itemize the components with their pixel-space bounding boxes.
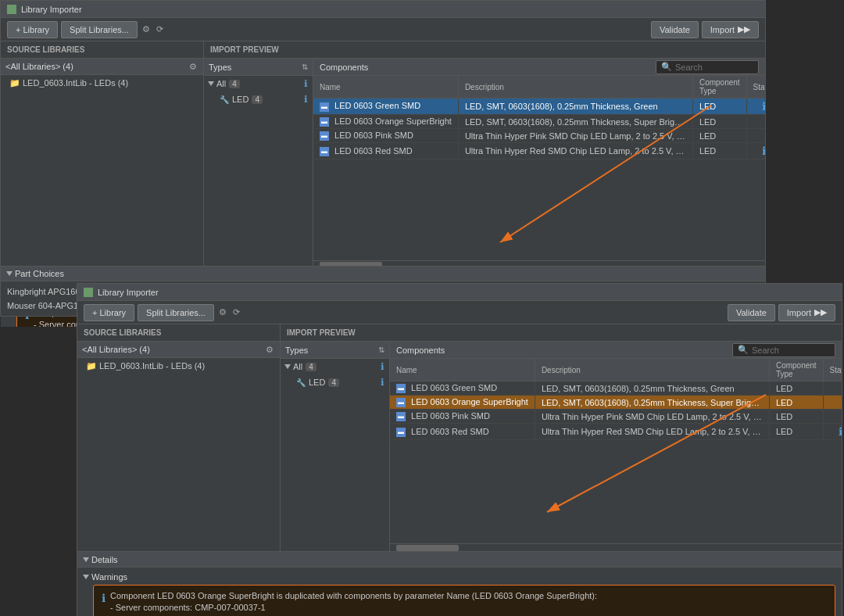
panel1-toolbar: + Library Split Libraries... ⚙ ⟳ Validat…: [1, 18, 765, 41]
panel2-warning-message: Component LED 0603 Orange SuperBright is…: [110, 590, 597, 602]
panel2-types-sort-icon[interactable]: ⇅: [378, 346, 384, 354]
panel2-type-led[interactable]: 🔧 LED 4 ℹ: [281, 374, 389, 390]
panel1-folder-icon: 📁: [10, 78, 20, 88]
panel1-type-led-label: LED: [232, 95, 249, 104]
panel2-row-description: Ultra Thin Hyper Pink SMD Chip LED Lamp,…: [535, 410, 769, 424]
panel1-sidebar-header: <All Libraries> (4) ⚙: [1, 59, 203, 75]
panel2-row-status: [823, 381, 842, 396]
panel2-table-row[interactable]: ▬ LED 0603 Red SMD Ultra Thin Hyper Red …: [390, 424, 842, 440]
panel1-components-title: Components: [320, 63, 651, 72]
panel2-type-all[interactable]: All 4 ℹ: [281, 359, 389, 374]
panel2-type-all-triangle: [284, 364, 291, 369]
panel1-type-all[interactable]: All 4 ℹ: [204, 76, 313, 91]
panel2-row-component-type: LED: [769, 396, 823, 410]
panel2-validate-button[interactable]: Validate: [728, 304, 775, 321]
panel1-row-status: [746, 115, 765, 129]
panel2-scrollbar-thumb[interactable]: [396, 545, 459, 551]
panel1-type-led-info-icon[interactable]: ℹ: [304, 94, 308, 105]
panel1-row-status: ℹ: [746, 143, 765, 159]
panel1-all-libraries[interactable]: <All Libraries> (4): [5, 62, 188, 71]
panel1-row-component-type: LED: [692, 115, 746, 129]
panel1-table-row[interactable]: ▬ LED 0603 Red SMD Ultra Thin Hyper Red …: [313, 143, 765, 159]
panel2-table-row[interactable]: ▬ LED 0603 Orange SuperBright LED, SMT, …: [390, 396, 842, 410]
panel1-table-header-row: Name Description Component Type Status: [313, 76, 765, 98]
panel1-row-component-type: LED: [692, 143, 746, 159]
panel2-sidebar-header: <All Libraries> (4) ⚙: [77, 342, 280, 358]
panel2-type-led-count: 4: [328, 378, 339, 387]
panel2-type-led-info-icon[interactable]: ℹ: [381, 377, 384, 388]
panel2-details-section: Details Warnings ℹ Component LED 0603 Or…: [77, 551, 842, 616]
panel2-type-all-count: 4: [306, 363, 316, 371]
panel1-row-description: Ultra Thin Hyper Pink SMD Chip LED Lamp,…: [458, 129, 692, 143]
panel2-import-preview: Types ⇅ All 4 ℹ 🔧 LED 4: [281, 342, 842, 551]
panel2-table-row[interactable]: ▬ LED 0603 Green SMD LED, SMT, 0603(1608…: [390, 381, 842, 396]
panel2-type-led-icon: 🔧: [296, 378, 306, 387]
panel1-add-library-button[interactable]: + Library: [7, 21, 58, 38]
panel2-refresh-icon[interactable]: ⟳: [231, 307, 242, 318]
panel1-type-all-info-icon[interactable]: ℹ: [304, 78, 308, 89]
panel2-all-libraries[interactable]: <All Libraries> (4): [82, 345, 264, 354]
panel2-warnings-header: Warnings: [84, 572, 835, 582]
panel1-type-led[interactable]: 🔧 LED 4 ℹ: [204, 91, 313, 107]
panel1-row-component-type: LED: [692, 129, 746, 143]
panel1-table-row[interactable]: ▬ LED 0603 Pink SMD Ultra Thin Hyper Pin…: [313, 129, 765, 143]
panel1-sidebar-gear-icon[interactable]: ⚙: [188, 61, 198, 72]
panel1-components-table: Name Description Component Type Status ▬…: [313, 76, 765, 159]
panel2-details-title: Details: [91, 555, 118, 564]
panel1-source-libraries-label: SOURCE LIBRARIES: [1, 41, 204, 58]
panel1-row-description: Ultra Thin Hyper Red SMD Chip LED Lamp, …: [458, 143, 692, 159]
panel1-table-row[interactable]: ▬ LED 0603 Green SMD LED, SMT, 0603(1608…: [313, 98, 765, 115]
panel2-row-name: ▬ LED 0603 Orange SuperBright: [390, 396, 535, 410]
panel2-folder-icon: 📁: [87, 361, 96, 371]
panel1-import-arrow-icon: ▶▶: [738, 24, 750, 34]
panel2-type-led-label: LED: [309, 378, 325, 387]
panel1-part-choices-header[interactable]: Part Choices: [1, 266, 765, 281]
panel2-details-header[interactable]: Details: [77, 552, 842, 568]
panel1-refresh-icon[interactable]: ⟳: [155, 24, 166, 35]
panel2-types-header: Types ⇅: [281, 342, 389, 359]
panel2-warnings-title: Warnings: [91, 572, 127, 582]
panel2-table-header-row: Name Description Component Type Status: [390, 359, 842, 381]
panel1-row-name: ▬ LED 0603 Pink SMD: [313, 129, 458, 143]
panel2-row-description: Ultra Thin Hyper Red SMD Chip LED Lamp, …: [535, 424, 769, 440]
panel2-warning-sub-message: - Server components: CMP-007-00037-1: [110, 602, 597, 614]
panel1-col-status: Status: [746, 76, 765, 98]
panel1-title: Library Importer: [21, 5, 82, 14]
panel2-library-item[interactable]: 📁 LED_0603.IntLib - LEDs (4): [77, 358, 280, 374]
panel1-type-led-count: 4: [252, 95, 263, 104]
panel1-types-sort-icon[interactable]: ⇅: [302, 63, 308, 71]
panel1-import-preview-label: IMPORT PREVIEW: [204, 41, 765, 58]
panel1-import-button[interactable]: Import ▶▶: [702, 21, 759, 38]
panel2-row-name: ▬ LED 0603 Pink SMD: [390, 410, 535, 424]
panel2-search-icon: 🔍: [738, 345, 749, 355]
panel2-icon: [84, 288, 93, 297]
panel2-type-all-info-icon[interactable]: ℹ: [381, 361, 384, 372]
panel1-icon: [7, 5, 16, 14]
panel1-search-box[interactable]: 🔍: [656, 60, 759, 74]
panel2-search-box[interactable]: 🔍: [732, 343, 835, 357]
panel2-types-title: Types: [285, 346, 378, 355]
panel1-split-libraries-button[interactable]: Split Libraries...: [61, 21, 138, 38]
panel1-search-input[interactable]: [675, 63, 753, 72]
panel1-row-name: ▬ LED 0603 Orange SuperBright: [313, 115, 458, 129]
panel2-import-button[interactable]: Import ▶▶: [778, 304, 835, 321]
panel1-types-header: Types ⇅: [204, 59, 313, 76]
panel1-library-item-label: LED_0603.IntLib - LEDs (4): [23, 78, 128, 88]
panel2-source-libraries-label: SOURCE LIBRARIES: [77, 324, 281, 341]
panel2-library-item-label: LED_0603.IntLib - LEDs (4): [99, 361, 205, 371]
panel1-validate-button[interactable]: Validate: [651, 21, 699, 38]
panel1-library-item[interactable]: 📁 LED_0603.IntLib - LEDs (4): [1, 75, 203, 91]
panel2-import-preview-label: IMPORT PREVIEW: [281, 324, 842, 341]
panel2-add-library-button[interactable]: + Library: [84, 304, 134, 321]
panel2-split-libraries-button[interactable]: Split Libraries...: [138, 304, 214, 321]
panel1-table-row[interactable]: ▬ LED 0603 Orange SuperBright LED, SMT, …: [313, 115, 765, 129]
panel1-gear-icon[interactable]: ⚙: [141, 24, 152, 35]
panel2-row-status: ℹ: [823, 424, 842, 440]
panel2-search-input[interactable]: [752, 346, 830, 355]
panel2-sidebar-gear-icon[interactable]: ⚙: [264, 344, 275, 355]
panel2-table-container: Name Description Component Type Status ▬…: [390, 359, 842, 543]
panel1-row-status: [746, 129, 765, 143]
panel2-gear-icon[interactable]: ⚙: [217, 307, 228, 318]
panel2-table-row[interactable]: ▬ LED 0603 Pink SMD Ultra Thin Hyper Pin…: [390, 410, 842, 424]
panel2-h-scrollbar[interactable]: [390, 543, 842, 551]
